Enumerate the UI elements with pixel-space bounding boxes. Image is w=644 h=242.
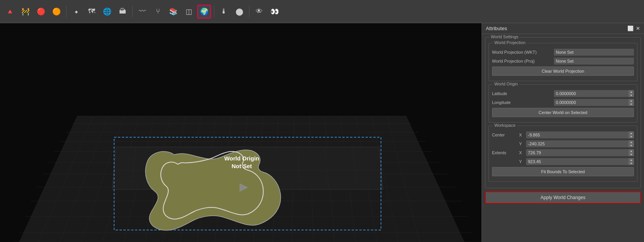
extents-x-down-btn[interactable]: ▼ — [629, 153, 634, 156]
scene-svg: World Origin Not Set — [0, 23, 482, 242]
svg-text:World Origin: World Origin — [224, 155, 260, 162]
extents-x-spinner: ▲ ▼ — [526, 149, 634, 156]
longitude-spinner-btns: ▲ ▼ — [629, 99, 634, 106]
latitude-row: Latitude ▲ ▼ — [492, 90, 634, 97]
world-projection-label: World Projection — [493, 40, 527, 45]
extents-y-spinner: ▲ ▼ — [526, 158, 634, 165]
extents-y-down-btn[interactable]: ▼ — [629, 162, 634, 165]
world-projection-subsection: World Projection World Projection (WKT) … — [489, 43, 637, 81]
extents-label: Extents — [492, 150, 519, 155]
extents-x-input[interactable] — [526, 149, 629, 156]
longitude-input[interactable] — [554, 99, 629, 106]
center-x-up-btn[interactable]: ▲ — [629, 131, 634, 135]
viewport[interactable]: World Origin Not Set — [0, 23, 482, 242]
cone-orange-group-icon[interactable]: 🟠 — [50, 5, 63, 19]
world-settings-section: World Settings World Projection World Pr… — [485, 37, 641, 188]
wkt-label: World Projection (WKT) — [492, 50, 554, 55]
longitude-spinner: ▲ ▼ — [554, 99, 634, 106]
center-label: Center — [492, 133, 519, 137]
thermometer-icon[interactable]: 🌡 — [217, 5, 231, 19]
longitude-label: Longitude — [492, 100, 554, 105]
extents-y-spinner-btns: ▲ ▼ — [629, 158, 634, 165]
latitude-label: Latitude — [492, 91, 554, 96]
center-y-spinner: ▲ ▼ — [526, 140, 634, 147]
layers-icon[interactable]: ◫ — [182, 5, 196, 19]
proj-input[interactable] — [554, 58, 634, 65]
eye-icon[interactable]: 👁 — [252, 5, 266, 19]
proj-row: World Projection (Proj) — [492, 58, 634, 65]
extents-x-row: Extents X ▲ ▼ — [492, 149, 634, 156]
cone-red-icon[interactable]: 🔴 — [34, 5, 48, 19]
latitude-down-btn[interactable]: ▼ — [629, 94, 634, 97]
center-y-down-btn[interactable]: ▼ — [629, 144, 634, 147]
terrain-icon[interactable]: 🏔 — [116, 5, 130, 19]
longitude-up-btn[interactable]: ▲ — [629, 99, 634, 102]
world-settings-label: World Settings — [489, 34, 520, 39]
toolbar: 🔺 🚧 🔴 🟠 ⬥ 🗺 🌐 🏔 〰 ⑂ 📚 ◫ 🌍 🌡 ⬤ 👁 👀 — [0, 0, 644, 23]
camera-icon[interactable]: ⬤ — [232, 5, 246, 19]
center-world-button[interactable]: Center World on Selected — [492, 108, 634, 117]
extents-x-up-btn[interactable]: ▲ — [629, 149, 634, 153]
latitude-spinner: ▲ ▼ — [554, 90, 634, 97]
eye2-icon[interactable]: 👀 — [268, 5, 282, 19]
fit-bounds-button[interactable]: Fit Bounds To Selected — [492, 167, 634, 176]
main-area: World Origin Not Set Attributes ⬜ ✕ Worl… — [0, 23, 644, 242]
panel-title: Attributes — [486, 26, 507, 31]
world-origin-subsection: World Origin Latitude ▲ ▼ — [489, 84, 637, 123]
fork-icon[interactable]: ⑂ — [151, 5, 165, 19]
extents-x-label: X — [519, 150, 526, 155]
center-y-label: Y — [519, 141, 526, 146]
center-y-input[interactable] — [526, 140, 629, 147]
pin-icon[interactable]: ⬜ — [627, 26, 634, 31]
extents-y-label: Y — [519, 159, 526, 164]
panel-body: World Settings World Projection World Pr… — [482, 34, 644, 242]
latitude-up-btn[interactable]: ▲ — [629, 90, 634, 94]
close-icon[interactable]: ✕ — [636, 26, 640, 31]
extents-y-input[interactable] — [526, 158, 629, 165]
wkt-row: World Projection (WKT) — [492, 49, 634, 56]
world-origin-label: World Origin — [493, 82, 519, 86]
cone-group-icon[interactable]: 🚧 — [19, 5, 32, 19]
globe-icon[interactable]: 🌐 — [100, 5, 114, 19]
svg-text:Not Set: Not Set — [232, 163, 252, 169]
apply-world-changes-button[interactable]: Apply World Changes — [485, 191, 641, 204]
center-x-spinner: ▲ ▼ — [526, 131, 634, 138]
center-x-down-btn[interactable]: ▼ — [629, 135, 634, 138]
attributes-panel: Attributes ⬜ ✕ World Settings World Proj… — [482, 23, 644, 242]
clear-world-projection-button[interactable]: Clear World Projection — [492, 66, 634, 76]
longitude-down-btn[interactable]: ▼ — [629, 102, 634, 106]
center-y-spinner-btns: ▲ ▼ — [629, 140, 634, 147]
separator-2 — [132, 6, 133, 17]
separator-3 — [214, 6, 214, 17]
proj-label: World Projection (Proj) — [492, 59, 554, 63]
panel-header: Attributes ⬜ ✕ — [482, 23, 644, 34]
cone-icon[interactable]: 🔺 — [3, 5, 17, 19]
extents-x-spinner-btns: ▲ ▼ — [629, 149, 634, 156]
stack-icon[interactable]: 📚 — [166, 5, 180, 19]
world-tool-icon[interactable]: 🌍 — [197, 5, 211, 19]
latitude-input[interactable] — [554, 90, 629, 97]
wkt-input[interactable] — [554, 49, 634, 56]
center-y-row: Y ▲ ▼ — [492, 140, 634, 147]
workspace-subsection: Workspace Center X ▲ ▼ — [489, 126, 637, 182]
extents-y-up-btn[interactable]: ▲ — [629, 158, 634, 162]
wave-icon[interactable]: 〰 — [135, 5, 149, 19]
extents-y-row: Y ▲ ▼ — [492, 158, 634, 165]
center-x-row: Center X ▲ ▼ — [492, 131, 634, 138]
center-x-spinner-btns: ▲ ▼ — [629, 131, 634, 138]
center-x-label: X — [519, 133, 526, 137]
separator-1 — [66, 6, 67, 17]
center-x-input[interactable] — [526, 131, 629, 138]
diamond-icon[interactable]: ⬥ — [69, 5, 83, 19]
longitude-row: Longitude ▲ ▼ — [492, 99, 634, 106]
separator-4 — [249, 6, 249, 17]
latitude-spinner-btns: ▲ ▼ — [629, 90, 634, 97]
workspace-label: Workspace — [493, 123, 517, 128]
panel-header-icons: ⬜ ✕ — [627, 26, 640, 31]
layer-icon[interactable]: 🗺 — [85, 5, 99, 19]
center-y-up-btn[interactable]: ▲ — [629, 140, 634, 144]
